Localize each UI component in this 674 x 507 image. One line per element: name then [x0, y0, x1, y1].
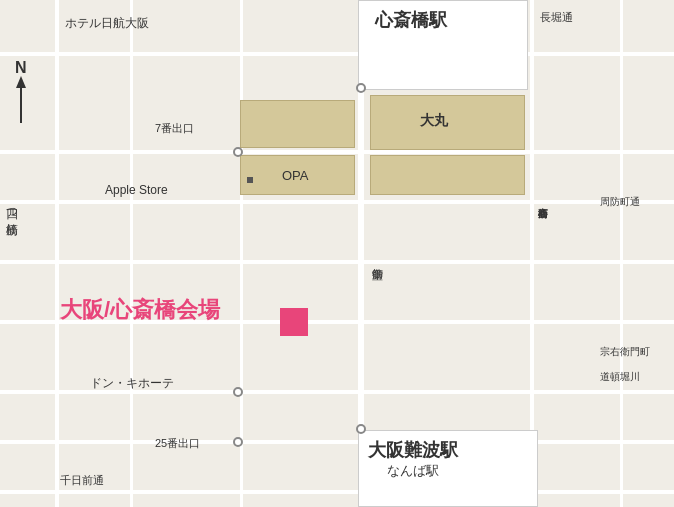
north-arrow: N — [15, 60, 27, 123]
namba-station-label: 大阪難波駅 なんば駅 — [368, 438, 458, 480]
shinsaibashi-station-label: 心斎橋駅 — [375, 8, 447, 32]
road-h2 — [0, 150, 674, 154]
north-label: N — [15, 60, 27, 76]
donki-label: ドン・キホーテ — [90, 375, 174, 392]
road-v6 — [240, 0, 243, 507]
road-v5 — [130, 0, 133, 507]
shubo-label: 周防町通 — [600, 195, 640, 209]
hotel-label: ホテル日航大阪 — [65, 15, 149, 32]
namba-name-line2: なんば駅 — [368, 462, 458, 480]
dotonbori-label: 道頓堀川 — [600, 370, 640, 384]
dot-25ban-exit — [233, 437, 243, 447]
venue-label: 大阪/心斎橋会場 — [60, 295, 220, 325]
sennichimae-label: 千日前通 — [60, 473, 104, 488]
dot-namba — [356, 424, 366, 434]
road-nagahori — [0, 52, 674, 56]
namba-name-line1: 大阪難波駅 — [368, 438, 458, 462]
daimaru-label: 大丸 — [420, 112, 448, 130]
exit7-label: 7番出口 — [155, 121, 194, 136]
road-h4 — [0, 260, 674, 264]
apple-store-label: Apple Store — [105, 183, 168, 197]
shinsaibashi-name: 心斎橋駅 — [375, 8, 447, 32]
opa-label: OPA — [282, 168, 309, 183]
sogo-label: 宗右衛門町 — [600, 345, 650, 359]
building-opa-right — [370, 155, 525, 195]
road-h7 — [0, 440, 674, 444]
north-arrowhead — [16, 76, 26, 88]
road-right — [620, 0, 623, 507]
apple-store-dot — [247, 177, 253, 183]
exit25-label: 25番出口 — [155, 436, 200, 451]
north-line — [20, 88, 22, 123]
yotsubashi-label: 四つ橋筋 — [3, 200, 20, 214]
road-yotsubashi — [55, 0, 59, 507]
dot-7ban-exit — [233, 147, 243, 157]
dot-shinsaibashi — [356, 83, 366, 93]
road-sennichimae — [0, 490, 674, 494]
map-container: N 心斎橋駅 大阪難波駅 なんば駅 大丸 OPA 7番出口 25番出口 長堀通 … — [0, 0, 674, 507]
dot-donki — [233, 387, 243, 397]
venue-marker — [280, 308, 308, 336]
road-h3 — [0, 200, 674, 204]
building-7ban — [240, 100, 355, 148]
nagahori-label: 長堀通 — [540, 10, 573, 25]
